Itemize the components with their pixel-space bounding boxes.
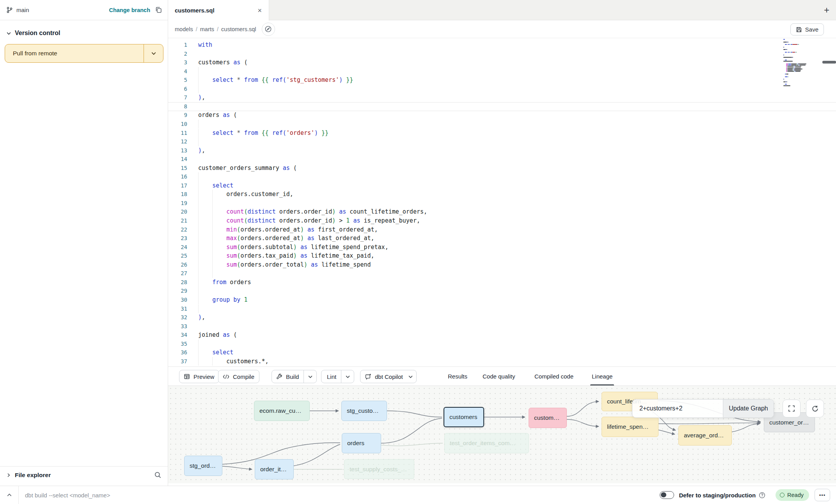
- code-line[interactable]: 2: [168, 50, 836, 58]
- code-line[interactable]: 22 min(orders.ordered_at) as first_order…: [168, 225, 836, 234]
- code-line[interactable]: 37 customers.*,: [168, 357, 836, 366]
- lineage-node-customers-semantic[interactable]: custom…: [529, 408, 567, 428]
- new-tab-button[interactable]: +: [821, 5, 832, 16]
- expand-command-bar-button[interactable]: [0, 486, 19, 504]
- code-line[interactable]: 6: [168, 85, 836, 94]
- refresh-button[interactable]: [806, 400, 824, 417]
- code-line[interactable]: 27: [168, 269, 836, 278]
- git-branch-icon: [6, 7, 13, 13]
- code-line[interactable]: 3customers as (: [168, 58, 836, 67]
- search-icon[interactable]: [154, 471, 162, 479]
- version-control-header[interactable]: Version control: [0, 20, 168, 41]
- copilot-options-caret[interactable]: [405, 370, 416, 383]
- lineage-node-stg-orders[interactable]: stg_orders: [184, 456, 222, 476]
- code-line[interactable]: 20 count(distinct orders.order_id) as co…: [168, 207, 836, 216]
- code-line[interactable]: 32),: [168, 313, 836, 322]
- build-options-caret[interactable]: [304, 370, 316, 383]
- save-button[interactable]: Save: [790, 23, 824, 35]
- code-line[interactable]: 36 select: [168, 348, 836, 357]
- copilot-chat-icon: [365, 373, 371, 380]
- code-line[interactable]: 5 select * from {{ ref('stg_customers') …: [168, 76, 836, 85]
- code-line[interactable]: 17 select: [168, 181, 836, 190]
- lineage-node-average-order[interactable]: average_ord…: [678, 425, 732, 446]
- code-line[interactable]: 28 from orders: [168, 278, 836, 287]
- code-line[interactable]: 11 select * from {{ ref('orders') }}: [168, 129, 836, 138]
- lineage-node-ecom-raw-customers[interactable]: ecom.raw_cu…: [254, 401, 310, 421]
- code-line[interactable]: 9orders as (: [168, 111, 836, 120]
- defer-toggle[interactable]: [660, 491, 674, 499]
- tab-code-quality[interactable]: Code quality: [483, 367, 515, 386]
- code-line[interactable]: 31: [168, 304, 836, 313]
- code-line[interactable]: 26 sum(orders.order_total) as lifetime_s…: [168, 260, 836, 269]
- version-control-title: Version control: [15, 30, 60, 37]
- pull-from-remote-button[interactable]: Pull from remote: [5, 44, 163, 63]
- tab-lineage[interactable]: Lineage: [592, 367, 612, 386]
- code-line[interactable]: 7),: [168, 93, 836, 102]
- lineage-node-lifetime-spend[interactable]: lifetime_spen…: [602, 417, 659, 437]
- tab-title: customers.sql: [175, 7, 256, 14]
- line-number: 32: [168, 313, 187, 322]
- code-line[interactable]: 16: [168, 172, 836, 181]
- more-options-button[interactable]: •••: [815, 489, 830, 501]
- compile-button[interactable]: Compile: [218, 370, 259, 383]
- code-line[interactable]: 4: [168, 67, 836, 76]
- pull-options-caret[interactable]: [144, 44, 163, 62]
- breadcrumb-item[interactable]: marts: [200, 26, 214, 32]
- help-icon[interactable]: [759, 492, 765, 499]
- tab-compiled-code[interactable]: Compiled code: [534, 367, 573, 386]
- lineage-search-input[interactable]: 2+customers+2: [632, 400, 723, 417]
- code-line[interactable]: 25 sum(orders.tax_paid) as lifetime_tax_…: [168, 251, 836, 260]
- lineage-node-test-order-items[interactable]: test_order_items_com…: [444, 433, 529, 453]
- dbt-copilot-button[interactable]: dbt Copilot: [360, 370, 417, 383]
- code-line[interactable]: 21 count(distinct orders.order_id) > 1 a…: [168, 216, 836, 225]
- copy-icon[interactable]: [155, 6, 162, 14]
- code-line[interactable]: 33: [168, 322, 836, 331]
- code-line[interactable]: 15customer_orders_summary as (: [168, 164, 836, 173]
- code-line[interactable]: 13),: [168, 146, 836, 155]
- code-editor[interactable]: 1with23customers as (45 select * from {{…: [168, 38, 836, 366]
- preview-button[interactable]: Preview: [179, 370, 219, 383]
- code-line[interactable]: 35: [168, 340, 836, 348]
- command-input[interactable]: dbt build --select <model_name>: [25, 492, 660, 499]
- code-text: joined as (: [198, 331, 237, 340]
- line-number: 36: [168, 348, 187, 357]
- status-badge[interactable]: Ready: [776, 489, 809, 501]
- code-line[interactable]: 19: [168, 199, 836, 208]
- copilot-compass-button[interactable]: [262, 23, 275, 36]
- code-line[interactable]: 8: [168, 102, 836, 111]
- code-line[interactable]: 24 sum(orders.subtotal) as lifetime_spen…: [168, 243, 836, 252]
- change-branch-link[interactable]: Change branch: [109, 7, 150, 13]
- lineage-node-orders[interactable]: orders: [342, 433, 381, 453]
- indent-guide: [198, 67, 199, 76]
- lint-button[interactable]: Lint: [321, 370, 354, 383]
- ellipsis-icon: •••: [819, 492, 826, 498]
- code-line[interactable]: 1with: [168, 41, 836, 50]
- lint-options-caret[interactable]: [341, 370, 354, 383]
- chevron-down-icon: [151, 51, 156, 56]
- code-line[interactable]: 29: [168, 286, 836, 295]
- code-line[interactable]: 14: [168, 155, 836, 164]
- code-line[interactable]: 12: [168, 137, 836, 146]
- file-explorer-section[interactable]: File explorer: [0, 466, 168, 483]
- update-graph-button[interactable]: Update Graph: [723, 400, 774, 417]
- code-line[interactable]: 34joined as (: [168, 331, 836, 340]
- lineage-node-order-items[interactable]: order_it…: [255, 459, 294, 479]
- lineage-panel[interactable]: ecom.raw_cu…stg_custo…ordersstg_ordersor…: [168, 386, 836, 483]
- code-line[interactable]: 10: [168, 120, 836, 129]
- close-icon[interactable]: ×: [256, 6, 263, 15]
- lineage-node-customers[interactable]: customers: [444, 407, 484, 427]
- tab-customers-sql[interactable]: customers.sql ×: [168, 0, 269, 21]
- tab-results[interactable]: Results: [448, 367, 467, 386]
- indent-guide: [198, 269, 199, 278]
- breadcrumb-item[interactable]: customers.sql: [221, 26, 256, 32]
- code-line[interactable]: 30 group by 1: [168, 295, 836, 304]
- line-number: 24: [168, 243, 187, 252]
- fullscreen-button[interactable]: [783, 400, 801, 417]
- breadcrumb-item[interactable]: models: [175, 26, 193, 32]
- build-button[interactable]: Build: [272, 370, 317, 383]
- lineage-node-stg-customers[interactable]: stg_custo…: [341, 401, 387, 421]
- code-line[interactable]: 23 max(orders.ordered_at) as last_ordere…: [168, 234, 836, 243]
- line-number: 25: [168, 251, 187, 260]
- code-line[interactable]: 18 orders.customer_id,: [168, 190, 836, 199]
- lineage-node-test-supply-costs[interactable]: test_supply_costs_s…: [344, 459, 414, 479]
